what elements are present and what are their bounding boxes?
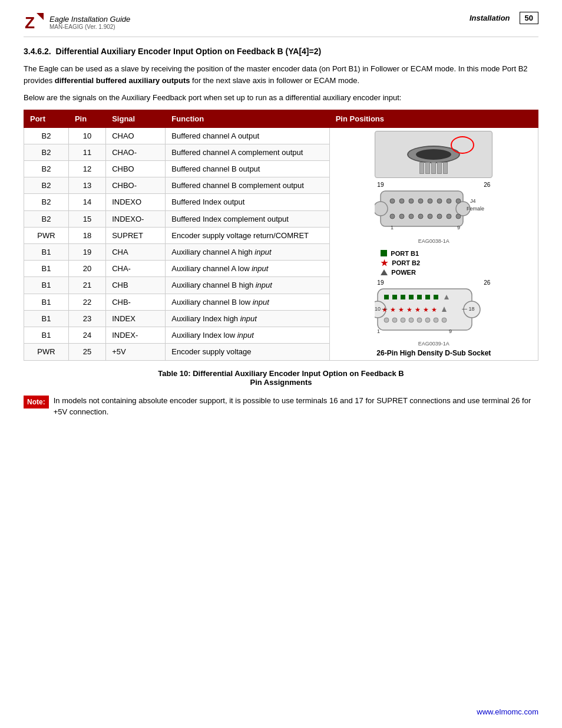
cell-function: Buffered Index complement output [166, 210, 329, 227]
legend-power: POWER [381, 269, 416, 276]
body-paragraph-1: The Eagle can be used as a slave by rece… [24, 63, 538, 86]
svg-text:1: 1 [377, 328, 380, 334]
cell-signal: CHAO [106, 127, 166, 144]
header-title-block: Eagle Installation Guide MAN-EAGIG (Ver.… [49, 15, 130, 30]
cell-pin: 23 [68, 310, 105, 327]
svg-point-9 [428, 199, 432, 203]
cell-function: Buffered channel A output [166, 127, 329, 144]
label-19-bottom: 19 [377, 279, 384, 286]
cell-pin: 14 [68, 194, 105, 210]
svg-point-11 [447, 199, 451, 203]
svg-rect-31 [409, 295, 414, 299]
cell-pin: 22 [68, 294, 105, 310]
svg-text:★: ★ [423, 306, 429, 313]
legend-power-label: POWER [391, 269, 416, 276]
cell-port: B2 [24, 144, 69, 160]
cell-function: Auxiliary channel B low input [166, 294, 329, 310]
note-box: Note: In models not containing absolute … [24, 395, 538, 418]
header-section-label: Installation [470, 14, 510, 22]
cell-function: Buffered channel B output [166, 160, 329, 177]
svg-text:Female: Female [467, 206, 484, 212]
connector-svg-top: 1 9 J4 Female [375, 188, 492, 235]
page-header: Z Eagle Installation Guide MAN-EAGIG (Ve… [24, 12, 538, 37]
svg-text:— 18: — 18 [462, 306, 475, 312]
page-number: 50 [520, 12, 538, 24]
svg-rect-30 [401, 295, 405, 299]
note-text: In models not containing absolute encode… [54, 395, 538, 418]
svg-point-46 [401, 318, 405, 322]
footer-url: www.elmomc.com [477, 707, 538, 716]
svg-text:Z: Z [25, 14, 35, 32]
connector-svg-bottom: ★ ★ ★ ★ ★ ★ ★ [375, 286, 492, 339]
cell-function: Buffered channel B complement output [166, 177, 329, 194]
svg-rect-33 [425, 295, 430, 299]
cell-signal: SUPRET [106, 227, 166, 243]
cell-pin: 18 [68, 227, 105, 243]
label-26: 26 [484, 182, 490, 188]
cell-signal: INDEXO [106, 194, 166, 210]
cell-pin: 12 [68, 160, 105, 177]
pin-positions-diagram: 19 26 [329, 127, 538, 360]
cell-pin: 13 [68, 177, 105, 194]
cell-signal: INDEXO- [106, 210, 166, 227]
svg-point-49 [425, 318, 430, 322]
svg-rect-2 [381, 191, 463, 226]
cell-function: Encoder supply voltage return/COMRET [166, 227, 329, 243]
th-pin: Pin [68, 110, 105, 127]
svg-point-45 [392, 318, 397, 322]
cell-port: B1 [24, 310, 69, 327]
cell-function: Encoder supply voltage [166, 344, 329, 360]
cell-port: B1 [24, 277, 69, 294]
legend-port-b1-label: PORT B1 [391, 250, 419, 257]
th-function: Function [166, 110, 329, 127]
svg-rect-32 [417, 295, 422, 299]
svg-rect-29 [392, 295, 397, 299]
svg-text:1: 1 [391, 225, 394, 230]
table-caption-line1: Table 10: Differential Auxiliary Encoder… [24, 369, 538, 378]
section-title: Differential Auxiliary Encoder Input Opt… [56, 47, 322, 56]
cell-port: B2 [24, 127, 69, 144]
svg-point-5 [390, 199, 395, 203]
cell-pin: 24 [68, 327, 105, 343]
cell-port: PWR [24, 227, 69, 243]
cell-function: Auxiliary channel A low input [166, 261, 329, 277]
svg-rect-34 [434, 295, 438, 299]
header-left: Z Eagle Installation Guide MAN-EAGIG (Ve… [24, 12, 130, 33]
cell-port: B2 [24, 194, 69, 210]
svg-point-47 [409, 318, 414, 322]
cell-port: B2 [24, 177, 69, 194]
svg-point-13 [390, 214, 395, 219]
cell-function: Buffered Index output [166, 194, 329, 210]
svg-point-7 [409, 199, 414, 203]
cell-signal: CHA- [106, 261, 166, 277]
cell-signal: +5V [106, 344, 166, 360]
logo: Z [24, 12, 45, 33]
note-label: Note: [24, 396, 49, 409]
legend-b2: ★ PORT B2 [381, 259, 420, 267]
cell-pin: 15 [68, 210, 105, 227]
cell-function: Auxiliary channel A high input [166, 243, 329, 260]
cell-port: B2 [24, 210, 69, 227]
cell-signal: CHA [106, 243, 166, 260]
cell-function: Buffered channel A complement output [166, 144, 329, 160]
cell-port: B1 [24, 261, 69, 277]
cell-pin: 19 [68, 243, 105, 260]
svg-point-51 [442, 318, 447, 322]
svg-rect-28 [384, 295, 389, 299]
connector-label: 26-Pin High Density D-Sub Socket [375, 349, 492, 357]
header-title: Eagle Installation Guide [49, 15, 130, 24]
cell-port: B1 [24, 294, 69, 310]
svg-text:9: 9 [449, 328, 452, 334]
svg-text:★: ★ [415, 306, 421, 313]
svg-point-6 [399, 199, 404, 203]
cell-signal: INDEX- [106, 327, 166, 343]
cell-signal: INDEX [106, 310, 166, 327]
cell-pin: 10 [68, 127, 105, 144]
cell-function: Auxiliary Index high input [166, 310, 329, 327]
section-heading: 3.4.6.2. Differential Auxiliary Encoder … [24, 47, 538, 56]
cell-port: PWR [24, 344, 69, 360]
cell-signal: CHAO- [106, 144, 166, 160]
svg-text:★: ★ [390, 306, 396, 313]
table-caption: Table 10: Differential Auxiliary Encoder… [24, 369, 538, 387]
svg-point-18 [437, 214, 442, 219]
